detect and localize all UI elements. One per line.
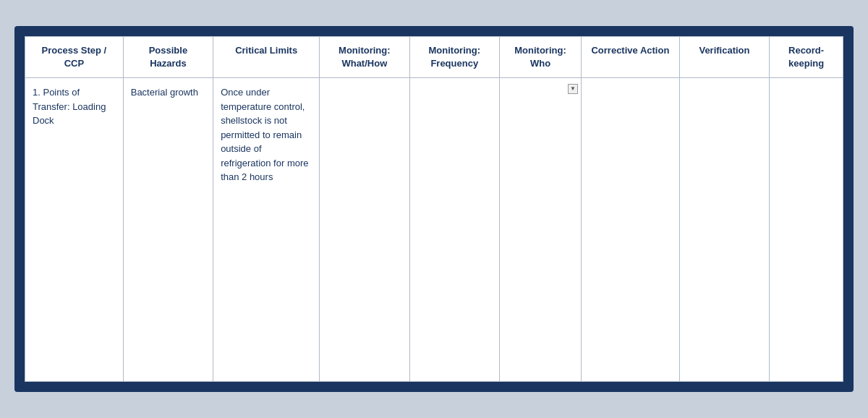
header-possible-hazards: Possible Hazards xyxy=(123,36,213,77)
row-number: 1. xyxy=(33,87,43,98)
table-wrapper: Process Step / CCP Possible Hazards Crit… xyxy=(25,36,843,382)
process-step-text: Points of Transfer: Loading Dock xyxy=(33,87,106,126)
outer-container: Process Step / CCP Possible Hazards Crit… xyxy=(14,26,854,392)
header-monitoring-what: Monitoring: What/How xyxy=(320,36,409,77)
header-monitoring-frequency: Monitoring: Frequency xyxy=(409,36,499,77)
cell-corrective-action xyxy=(582,78,680,382)
cell-record-keeping xyxy=(770,78,843,382)
header-critical-limits: Critical Limits xyxy=(213,36,320,77)
header-record-keeping: Record-keeping xyxy=(770,36,843,77)
header-verification: Verification xyxy=(679,36,769,77)
cell-verification xyxy=(679,78,769,382)
haccp-table: Process Step / CCP Possible Hazards Crit… xyxy=(25,36,843,382)
dropdown-arrow-icon[interactable]: ▼ xyxy=(568,84,578,94)
cell-possible-hazards: Bacterial growth xyxy=(123,78,213,382)
header-row: Process Step / CCP Possible Hazards Crit… xyxy=(25,36,843,77)
header-corrective-action: Corrective Action xyxy=(582,36,680,77)
cell-process-step: 1. Points of Transfer: Loading Dock xyxy=(25,78,124,382)
header-process-step: Process Step / CCP xyxy=(25,36,124,77)
header-monitoring-who: Monitoring: Who xyxy=(499,36,581,77)
cell-monitoring-frequency xyxy=(409,78,499,382)
cell-critical-limits: Once under temperature control, shellsto… xyxy=(213,78,320,382)
cell-monitoring-what xyxy=(320,78,409,382)
table-row: 1. Points of Transfer: Loading Dock Bact… xyxy=(25,78,843,382)
cell-monitoring-who cell-with-dropdown[interactable]: ▼ xyxy=(499,78,581,382)
